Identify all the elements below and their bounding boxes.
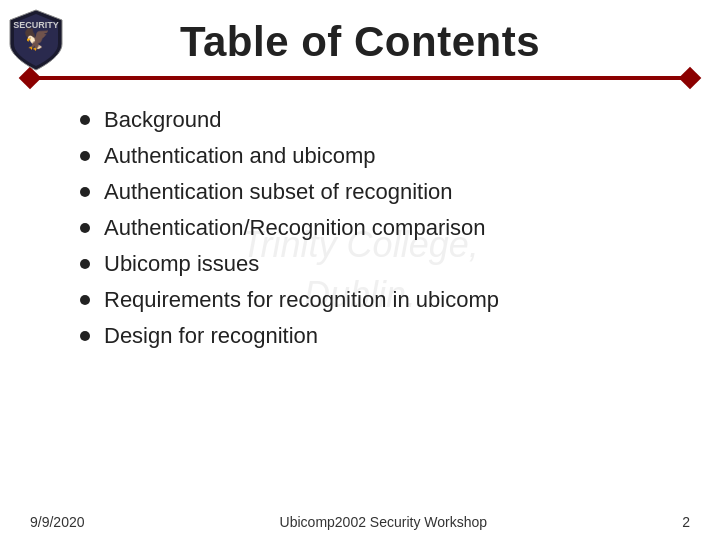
bullet-icon bbox=[80, 331, 90, 341]
bullet-icon bbox=[80, 259, 90, 269]
title-area: Table of Contents bbox=[0, 0, 720, 66]
logo: 🦅 SECURITY bbox=[8, 8, 64, 64]
bullet-icon bbox=[80, 295, 90, 305]
svg-text:SECURITY: SECURITY bbox=[13, 20, 59, 30]
footer-center: Ubicomp2002 Security Workshop bbox=[280, 514, 488, 530]
item-text: Design for recognition bbox=[104, 323, 318, 349]
list-item: Authentication and ubicomp bbox=[80, 138, 660, 174]
list-item: Authentication/Recognition comparison bbox=[80, 210, 660, 246]
item-text: Requirements for recognition in ubicomp bbox=[104, 287, 499, 313]
slide: 🦅 SECURITY Trinity College, Dublin. Tabl… bbox=[0, 0, 720, 540]
content-list: Background Authentication and ubicomp Au… bbox=[0, 80, 720, 506]
slide-title: Table of Contents bbox=[80, 18, 640, 66]
list-item: Ubicomp issues bbox=[80, 246, 660, 282]
footer-page: 2 bbox=[682, 514, 690, 530]
list-item: Authentication subset of recognition bbox=[80, 174, 660, 210]
bullet-icon bbox=[80, 223, 90, 233]
bullet-icon bbox=[80, 151, 90, 161]
footer-date: 9/9/2020 bbox=[30, 514, 85, 530]
item-text: Background bbox=[104, 107, 221, 133]
bullet-icon bbox=[80, 187, 90, 197]
list-item: Design for recognition bbox=[80, 318, 660, 354]
items-list: Background Authentication and ubicomp Au… bbox=[80, 102, 660, 354]
list-item: Requirements for recognition in ubicomp bbox=[80, 282, 660, 318]
footer: 9/9/2020 Ubicomp2002 Security Workshop 2 bbox=[0, 506, 720, 540]
list-item: Background bbox=[80, 102, 660, 138]
bullet-icon bbox=[80, 115, 90, 125]
item-text: Authentication and ubicomp bbox=[104, 143, 376, 169]
item-text: Authentication subset of recognition bbox=[104, 179, 453, 205]
item-text: Ubicomp issues bbox=[104, 251, 259, 277]
item-text: Authentication/Recognition comparison bbox=[104, 215, 486, 241]
